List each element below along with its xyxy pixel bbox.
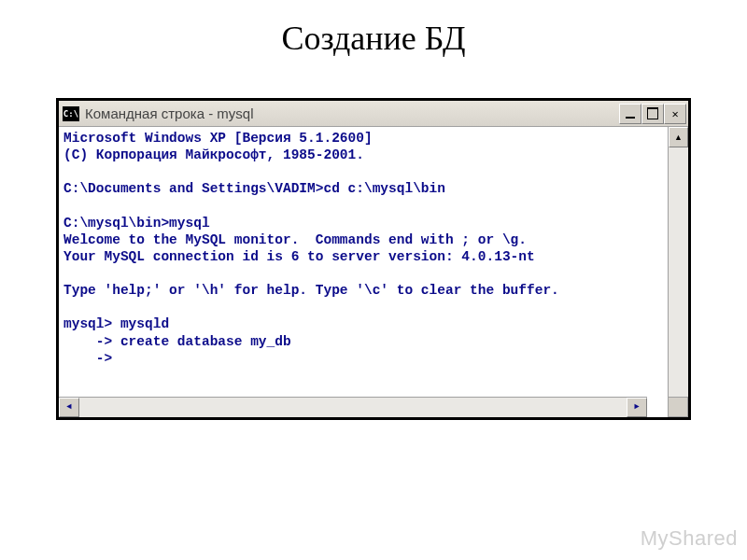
console-area: Microsoft Windows XP [Версия 5.1.2600] (…: [59, 127, 688, 417]
scroll-right-button[interactable]: ►: [627, 398, 647, 417]
scrollbar-corner: [668, 397, 688, 417]
command-prompt-window: C:\ Командная строка - mysql Microsoft W…: [56, 98, 691, 420]
maximize-button[interactable]: [641, 104, 664, 124]
close-button[interactable]: [664, 104, 686, 124]
vertical-scrollbar[interactable]: ▲ ▼: [668, 127, 688, 417]
horizontal-scrollbar[interactable]: ◄ ►: [59, 397, 647, 417]
cmd-icon: C:\: [63, 106, 79, 121]
page-title: Создание БД: [0, 0, 747, 86]
window-title: Командная строка - mysql: [85, 105, 619, 121]
console-output[interactable]: Microsoft Windows XP [Версия 5.1.2600] (…: [59, 127, 668, 417]
minimize-button[interactable]: [619, 104, 641, 124]
window-titlebar[interactable]: C:\ Командная строка - mysql: [59, 101, 688, 127]
scroll-up-button[interactable]: ▲: [669, 127, 688, 147]
vscroll-track[interactable]: [669, 147, 688, 397]
watermark: MyShared: [641, 526, 738, 551]
hscroll-track[interactable]: [79, 398, 627, 417]
scroll-left-button[interactable]: ◄: [59, 398, 79, 417]
window-controls: [619, 104, 686, 124]
